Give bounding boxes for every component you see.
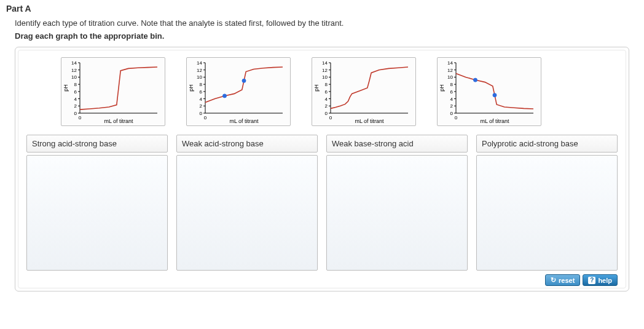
chart-svg-2: 024681012140pHmL of titrant (188, 60, 286, 124)
svg-text:8: 8 (200, 82, 203, 87)
svg-text:0: 0 (74, 111, 77, 116)
svg-text:pH: pH (313, 84, 320, 92)
svg-text:14: 14 (71, 60, 77, 66)
workspace-footer: ↻ reset ? help (26, 274, 618, 286)
titration-graph-1[interactable]: 024681012140pHmL of titrant (61, 57, 165, 126)
svg-text:0: 0 (200, 111, 203, 116)
svg-text:12: 12 (197, 68, 202, 73)
reset-button[interactable]: ↻ reset (545, 274, 580, 286)
svg-text:12: 12 (322, 68, 328, 73)
svg-text:0: 0 (329, 115, 332, 121)
bin-dropzone[interactable] (326, 155, 468, 271)
svg-text:6: 6 (74, 89, 77, 95)
svg-text:2: 2 (325, 103, 328, 109)
svg-text:10: 10 (71, 74, 77, 80)
svg-text:0: 0 (79, 115, 82, 121)
svg-text:6: 6 (450, 89, 454, 95)
svg-point-42 (223, 94, 227, 98)
svg-text:6: 6 (325, 89, 328, 95)
chart-svg-1: 024681012140pHmL of titrant (63, 60, 161, 124)
svg-text:0: 0 (455, 115, 458, 121)
svg-text:0: 0 (204, 115, 207, 121)
question-icon: ? (588, 277, 595, 284)
svg-point-43 (242, 79, 246, 82)
svg-text:10: 10 (197, 74, 202, 80)
help-button[interactable]: ? help (583, 274, 618, 286)
bin-strong-acid-strong-base: Strong acid-strong base (26, 135, 168, 271)
svg-text:0: 0 (450, 111, 454, 116)
svg-text:14: 14 (322, 60, 328, 66)
svg-text:4: 4 (74, 97, 77, 102)
bin-dropzone[interactable] (176, 155, 318, 271)
svg-text:4: 4 (450, 97, 454, 102)
bin-weak-base-strong-acid: Weak base-strong acid (326, 135, 468, 271)
svg-text:8: 8 (325, 82, 328, 87)
svg-text:8: 8 (74, 82, 77, 87)
bin-label: Weak acid-strong base (176, 135, 318, 153)
svg-text:mL of titrant: mL of titrant (104, 118, 133, 124)
chart-svg-4: 024681012140pHmL of titrant (439, 60, 537, 124)
svg-text:8: 8 (450, 82, 454, 87)
titration-graph-3[interactable]: 024681012140pHmL of titrant (312, 57, 416, 126)
svg-text:10: 10 (447, 74, 453, 80)
svg-text:6: 6 (200, 89, 203, 95)
svg-text:12: 12 (447, 68, 453, 73)
bin-label: Polyprotic acid-strong base (476, 135, 618, 153)
svg-text:2: 2 (200, 103, 203, 109)
titration-graph-4[interactable]: 024681012140pHmL of titrant (437, 57, 541, 126)
svg-text:14: 14 (197, 60, 202, 66)
bin-label: Strong acid-strong base (26, 135, 168, 153)
svg-text:pH: pH (439, 84, 445, 92)
svg-text:mL of titrant: mL of titrant (355, 118, 384, 124)
svg-text:pH: pH (188, 84, 194, 92)
svg-text:2: 2 (74, 103, 77, 109)
bin-dropzone[interactable] (476, 155, 618, 271)
svg-text:2: 2 (450, 103, 454, 109)
reset-label: reset (559, 277, 575, 284)
bin-polyprotic-acid-strong-base: Polyprotic acid-strong base (476, 135, 618, 271)
draggable-graphs-row: 024681012140pHmL of titrant 024681012140… (61, 57, 599, 126)
bin-weak-acid-strong-base: Weak acid-strong base (176, 135, 318, 271)
refresh-icon: ↻ (551, 276, 556, 284)
bin-dropzone[interactable] (26, 155, 168, 271)
svg-text:4: 4 (325, 97, 328, 102)
svg-point-86 (474, 78, 477, 82)
svg-text:12: 12 (71, 68, 77, 73)
svg-point-87 (493, 93, 497, 97)
bins-row: Strong acid-strong base Weak acid-strong… (26, 135, 618, 271)
chart-svg-3: 024681012140pHmL of titrant (313, 60, 412, 124)
svg-text:10: 10 (322, 74, 328, 80)
bin-label: Weak base-strong acid (326, 135, 468, 153)
svg-text:14: 14 (447, 60, 453, 66)
svg-text:mL of titrant: mL of titrant (480, 118, 509, 124)
titration-graph-2[interactable]: 024681012140pHmL of titrant (186, 57, 291, 126)
help-label: help (598, 277, 612, 284)
svg-text:4: 4 (200, 97, 203, 102)
svg-text:pH: pH (63, 84, 69, 92)
part-label: Part A (6, 4, 638, 14)
question-text: Identify each type of titration curve. N… (15, 18, 638, 28)
drag-instruction: Drag each graph to the appropriate bin. (15, 31, 638, 41)
svg-text:mL of titrant: mL of titrant (229, 118, 259, 124)
sorting-workspace: 024681012140pHmL of titrant 024681012140… (15, 47, 629, 291)
svg-text:0: 0 (325, 111, 328, 116)
